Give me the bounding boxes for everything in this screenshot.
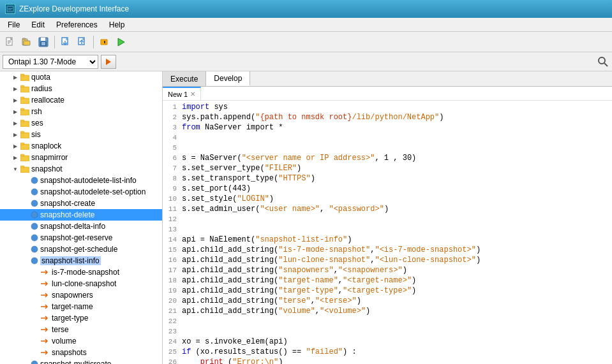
dot-icon: [31, 234, 38, 242]
folder-icon: [20, 142, 29, 150]
tree-expander-icon[interactable]: [20, 244, 31, 254]
tree-expander-icon[interactable]: [31, 347, 41, 358]
download-button[interactable]: [58, 34, 73, 50]
tree-item[interactable]: ▶sis: [0, 129, 162, 140]
tree-item[interactable]: target-name: [0, 301, 162, 312]
tab-execute[interactable]: Execute: [163, 71, 206, 86]
tree-expander-icon[interactable]: [20, 256, 31, 266]
stop-button[interactable]: [97, 34, 112, 50]
run-button[interactable]: [114, 34, 129, 50]
tree-item[interactable]: snapshot-create: [0, 198, 162, 209]
tree-expander-icon[interactable]: [20, 187, 31, 197]
tree-item[interactable]: ▶rsh: [0, 106, 162, 117]
code-line: 26 print ("Error:\n"): [163, 357, 612, 364]
tree-item[interactable]: snapshot-list-info: [0, 255, 162, 266]
code-tab-close[interactable]: ✕: [190, 91, 195, 98]
tree-expander-icon[interactable]: ▶: [10, 84, 20, 94]
tree-item-label: sis: [31, 130, 41, 139]
tree-item[interactable]: ▶radius: [0, 83, 162, 94]
tree-item[interactable]: ▶ses: [0, 117, 162, 129]
save-button[interactable]: [36, 34, 51, 50]
tree-expander-icon[interactable]: [31, 279, 41, 289]
tree-expander-icon[interactable]: [31, 302, 41, 312]
code-line: 19api.child_add_string("target-type","<t…: [163, 286, 612, 296]
tree-expander-icon[interactable]: ▶: [10, 129, 20, 140]
tree-item[interactable]: ▶snaplock: [0, 140, 162, 152]
line-content: api.child_add_string("target-name","<tar…: [182, 275, 612, 286]
tree-item[interactable]: is-7-mode-snapshot: [0, 266, 162, 278]
code-line: 1import sys: [163, 102, 612, 112]
tree-item[interactable]: snapshot-delete: [0, 209, 162, 221]
tree-expander-icon[interactable]: [31, 290, 41, 300]
tree-item[interactable]: snapshot-autodelete-set-option: [0, 186, 162, 198]
svg-rect-42: [20, 167, 29, 173]
line-content: import sys: [182, 102, 612, 112]
line-content: s = NaServer("<server name or IP address…: [182, 153, 612, 163]
menu-item-preferences[interactable]: Preferences: [51, 19, 103, 31]
line-content: print ("Error:\n"): [182, 357, 612, 364]
tree-expander-icon[interactable]: [31, 336, 41, 346]
svg-rect-39: [20, 143, 24, 145]
tree-item[interactable]: target-type: [0, 312, 162, 324]
open-button[interactable]: [19, 34, 34, 50]
tree-expander-icon[interactable]: [20, 198, 31, 208]
new-button[interactable]: [3, 34, 18, 50]
dot-icon: [31, 360, 38, 364]
tree-item-label: snapshot-delete: [40, 210, 94, 219]
tree-expander-icon[interactable]: [20, 175, 31, 186]
tree-item[interactable]: ▼snapshot: [0, 163, 162, 175]
tree-expander-icon[interactable]: ▼: [10, 164, 20, 174]
tree-expander-icon[interactable]: [20, 233, 31, 243]
tree-item[interactable]: snapowners: [0, 289, 162, 301]
upload-button[interactable]: [75, 34, 90, 50]
menu-item-edit[interactable]: Edit: [26, 19, 50, 31]
tree-item[interactable]: snapshot-get-reserve: [0, 232, 162, 244]
tree-expander-icon[interactable]: ▶: [10, 106, 20, 117]
tree-item[interactable]: snapshot-autodelete-list-info: [0, 175, 162, 186]
menu-item-file[interactable]: File: [3, 19, 25, 31]
tree-container[interactable]: ▶quota▶radius▶reallocate▶rsh▶ses▶sis▶sna…: [0, 71, 162, 364]
code-line: 14api = NaElement("snapshot-list-info"): [163, 235, 612, 245]
line-number: 13: [163, 224, 182, 235]
svg-point-49: [31, 235, 38, 241]
code-tabs: New 1 ✕: [163, 87, 612, 101]
tree-expander-icon[interactable]: [31, 267, 41, 277]
tree-expander-icon[interactable]: [20, 359, 31, 364]
code-tab-new1[interactable]: New 1 ✕: [163, 87, 201, 100]
tree-item[interactable]: terse: [0, 324, 162, 335]
connection-selector[interactable]: Ontapi 1.30 7-Mode: [3, 55, 98, 69]
line-number: 9: [163, 184, 182, 194]
tree-item[interactable]: volume: [0, 335, 162, 347]
tree-expander-icon[interactable]: ▶: [10, 152, 20, 163]
tree-expander-icon[interactable]: [20, 210, 31, 220]
tree-item[interactable]: ▶snapmirror: [0, 152, 162, 163]
tree-item[interactable]: snapshots: [0, 347, 162, 358]
folder-icon: [20, 119, 29, 127]
line-number: 18: [163, 275, 182, 286]
tree-expander-icon[interactable]: ▶: [10, 141, 20, 151]
tree-expander-icon[interactable]: [31, 313, 41, 323]
code-editor[interactable]: 1import sys2sys.path.append("{path to nm…: [163, 101, 612, 364]
tree-item[interactable]: ▶reallocate: [0, 94, 162, 106]
tree-expander-icon[interactable]: ▶: [10, 95, 20, 105]
menu-item-help[interactable]: Help: [104, 19, 130, 31]
tree-item[interactable]: snapshot-get-schedule: [0, 244, 162, 255]
tree-expander-icon[interactable]: ▶: [10, 72, 20, 82]
tree-expander-icon[interactable]: [20, 221, 31, 231]
tab-develop[interactable]: Develop: [206, 71, 250, 86]
tree-expander-icon[interactable]: ▶: [10, 118, 20, 128]
dot-icon: [31, 211, 38, 219]
search-button[interactable]: [597, 55, 609, 68]
dot-icon: [31, 245, 38, 253]
tree-item[interactable]: snapshot-delta-info: [0, 221, 162, 232]
folder-icon: [20, 73, 29, 81]
tree-item[interactable]: snapshot-multicreate: [0, 358, 162, 364]
tree-item[interactable]: ▶quota: [0, 71, 162, 83]
line-number: 23: [163, 326, 182, 337]
line-content: api.child_add_string("volume","<volume>"…: [182, 306, 612, 316]
arrow-icon: [41, 292, 50, 298]
tree-item[interactable]: lun-clone-snapshot: [0, 278, 162, 289]
conn-go-button[interactable]: [101, 55, 116, 69]
tree-expander-icon[interactable]: [31, 324, 41, 335]
tree-item-label: lun-clone-snapshot: [52, 279, 116, 288]
